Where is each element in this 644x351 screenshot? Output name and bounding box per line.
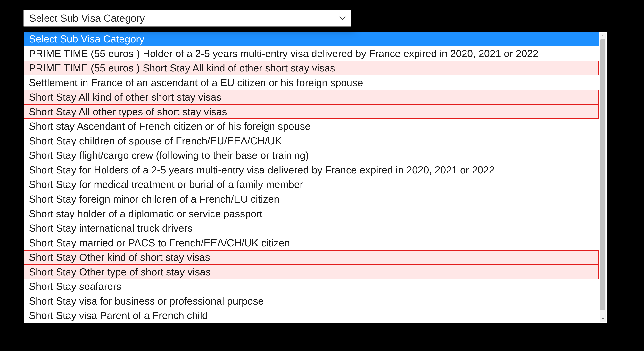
select-current-label: Select Sub Visa Category xyxy=(29,12,335,24)
dropdown-option[interactable]: Short stay Ascendant of French citizen o… xyxy=(24,119,599,134)
dropdown-option-list: Select Sub Visa CategoryPRIME TIME (55 e… xyxy=(24,32,607,323)
sub-visa-category-select[interactable]: Select Sub Visa Category xyxy=(24,10,352,26)
dropdown-option[interactable]: Settlement in France of an ascendant of … xyxy=(24,76,599,90)
dropdown-option[interactable]: Short Stay seafarers xyxy=(24,279,599,294)
dropdown-option[interactable]: Short Stay international truck drivers xyxy=(24,221,599,236)
scroll-down-arrow-icon[interactable] xyxy=(600,316,606,322)
scroll-up-arrow-icon[interactable] xyxy=(600,33,606,39)
dropdown-scrollbar[interactable] xyxy=(600,33,606,322)
dropdown-option[interactable]: Short Stay for Holders of a 2-5 years mu… xyxy=(24,163,599,177)
dropdown-option[interactable]: Short Stay for medical treatment or buri… xyxy=(24,177,599,192)
scroll-thumb[interactable] xyxy=(600,40,605,310)
dropdown-option[interactable]: Short Stay flight/cargo crew (following … xyxy=(24,148,599,163)
sub-visa-category-dropdown: Select Sub Visa CategoryPRIME TIME (55 e… xyxy=(24,31,607,323)
dropdown-option[interactable]: Short Stay Other type of short stay visa… xyxy=(24,265,599,279)
dropdown-option[interactable]: Short Stay All kind of other short stay … xyxy=(24,90,599,104)
chevron-down-icon xyxy=(338,14,346,22)
dropdown-option[interactable]: Short stay holder of a diplomatic or ser… xyxy=(24,206,599,221)
dropdown-option[interactable]: Short Stay foreign minor children of a F… xyxy=(24,192,599,206)
dropdown-option[interactable]: PRIME TIME (55 euros ) Short Stay All ki… xyxy=(24,61,599,76)
dropdown-option[interactable]: Short Stay visa for business or professi… xyxy=(24,294,599,308)
dropdown-option[interactable]: Short Stay All other types of short stay… xyxy=(24,104,599,119)
dropdown-option[interactable]: Short Stay visa Parent of a French child xyxy=(24,308,599,323)
dropdown-option[interactable]: Short Stay children of spouse of French/… xyxy=(24,134,599,148)
dropdown-option[interactable]: Short Stay married or PACS to French/EEA… xyxy=(24,236,599,250)
dropdown-option[interactable]: PRIME TIME (55 euros ) Holder of a 2-5 y… xyxy=(24,46,599,61)
dropdown-option[interactable]: Short Stay Other kind of short stay visa… xyxy=(24,250,599,265)
dropdown-option[interactable]: Select Sub Visa Category xyxy=(24,32,599,46)
